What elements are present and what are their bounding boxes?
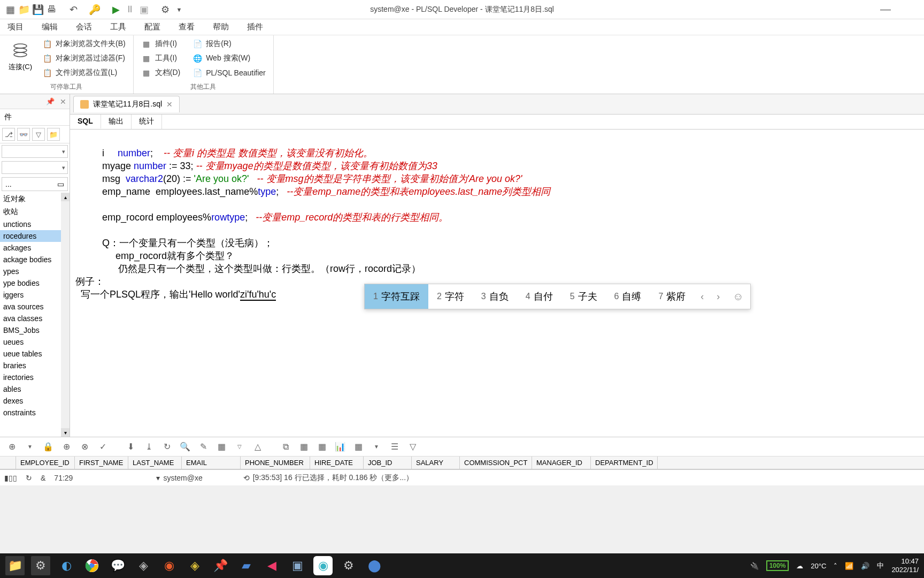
triangle-icon[interactable]: △ [251,440,264,453]
funnel2-icon[interactable]: ▽ [406,440,419,453]
tab-stats[interactable]: 统计 [132,115,162,129]
tab-output[interactable]: 输出 [101,115,132,129]
filter-dropdown[interactable]: ▾ [2,161,68,174]
wifi-icon[interactable]: 📶 [845,562,853,570]
dropdown-icon[interactable]: ▼ [24,440,36,453]
pin-icon[interactable]: 📌 [46,97,55,105]
tree-icon[interactable]: ⎇ [2,128,15,141]
link-icon[interactable]: ⧉ [279,440,292,453]
dropdown-icon[interactable]: ▼ [173,4,185,16]
ime-candidate[interactable]: 3自负 [473,284,517,309]
doc-item[interactable]: ▦文档(D) [139,66,182,79]
step-icon[interactable]: ⏸ [124,4,136,16]
report-item[interactable]: 📄报告(R) [190,37,268,50]
browser-folder-item[interactable]: 📋对象浏览器文件夹(B) [40,37,128,50]
tree-item[interactable]: 近对象 [0,193,70,206]
tray-chevron[interactable]: ˄ [834,562,837,570]
new-icon[interactable]: ▦ [4,4,16,16]
menu-help[interactable]: 帮助 [210,20,232,34]
tree-item[interactable]: irectories [0,371,70,383]
column-header[interactable]: COMMISSION_PCT [460,457,532,469]
orange-icon[interactable]: ◉ [159,556,179,575]
pink-icon[interactable]: ◀ [262,556,281,575]
window-icon[interactable]: ▣ [288,556,307,575]
scroll-down-icon[interactable]: ▾ [61,428,70,437]
tree-item[interactable]: ava sources [0,301,70,313]
fetch-icon[interactable]: ⬇ [124,440,137,453]
plugin-item[interactable]: ▦插件(I) [139,37,182,50]
target-icon[interactable]: ⊕ [5,440,18,453]
list-icon[interactable]: ☰ [388,440,401,453]
schema-dropdown[interactable]: ▾ [2,145,68,158]
edit-icon[interactable]: ✎ [197,440,210,453]
menu-tools[interactable]: 工具 [107,20,129,34]
tree-item[interactable]: braries [0,360,70,371]
tree-item[interactable]: iggers [0,289,70,301]
cyan-circle-icon[interactable]: ◉ [313,556,333,575]
ime-emoji-icon[interactable]: ☺ [726,290,750,303]
file-explorer-icon[interactable]: 📁 [5,556,25,575]
menu-session[interactable]: 会话 [73,20,95,34]
chart-icon[interactable]: 📊 [334,440,346,453]
close-tab-icon[interactable]: ✕ [166,100,173,109]
connect-button[interactable]: 连接(C) [5,37,35,79]
edge-icon[interactable]: ◐ [57,556,76,575]
column-header[interactable]: PHONE_NUMBER [241,457,310,469]
dropdown3-icon[interactable]: ▼ [370,440,383,453]
settings-icon[interactable]: ⚙ [159,4,171,16]
check-icon[interactable]: ✓ [96,440,109,453]
binoculars-icon[interactable]: 👓 [17,128,30,141]
fetch-all-icon[interactable]: ⤓ [142,440,155,453]
table-icon[interactable]: ▦ [315,440,328,453]
ime-candidate[interactable]: 2字符 [428,284,473,309]
key-icon[interactable]: 🔑 [89,4,101,16]
print-icon[interactable]: 🖶 [46,4,58,16]
clock[interactable]: 10:47 2022/11/ [891,557,919,574]
add-icon[interactable]: ⊕ [60,440,73,453]
left-tab[interactable]: 件 [0,109,70,126]
tree-item[interactable]: onstraints [0,407,70,419]
tree-item[interactable]: 收站 [0,206,70,218]
column-header[interactable]: FIRST_NAME [75,457,128,469]
settings-task-icon[interactable]: ⚙ [31,556,50,575]
wechat-icon[interactable]: 💬 [108,556,127,575]
pin-task-icon[interactable]: 📌 [211,556,230,575]
undo-icon[interactable]: ↶ [67,4,79,16]
beautifier-item[interactable]: 📄PL/SQL Beautifier [190,66,268,79]
tree-item[interactable]: BMS_Jobs [0,324,70,336]
tree-item[interactable]: ava classes [0,313,70,324]
ime-next-icon[interactable]: › [710,290,726,303]
tree-item[interactable]: rocedures [0,230,70,242]
save-icon[interactable]: 💾 [32,4,44,16]
speaker-icon[interactable]: 🔊 [861,562,869,570]
scroll-up-icon[interactable]: ▴ [61,193,70,201]
column-header[interactable]: EMPLOYEE_ID [16,457,75,469]
path-field[interactable]: ...▭ [2,177,68,191]
column-header[interactable]: HIRE_DATE [310,457,364,469]
yellow-icon[interactable]: ◈ [185,556,204,575]
column-header[interactable]: DEPARTMENT_ID [591,457,658,469]
menu-edit[interactable]: 编辑 [38,20,61,34]
ime-candidate[interactable]: 5子夫 [561,284,606,309]
run-icon[interactable]: ▶ [110,4,122,16]
tree-item[interactable]: ackage bodies [0,254,70,265]
chrome-icon[interactable] [82,556,102,575]
ime-prev-icon[interactable]: ‹ [694,290,710,303]
tree-item[interactable]: ueues [0,336,70,348]
blue-app-icon[interactable]: ▰ [236,556,256,575]
ime-lang[interactable]: 中 [877,561,884,571]
minimize-button[interactable]: — [874,3,897,16]
ime-candidate[interactable]: 4自付 [517,284,561,309]
tree-item[interactable]: ueue tables [0,348,70,360]
dropdown2-icon[interactable]: ▽ [233,440,246,453]
ime-candidate[interactable]: 1字符互踩 [365,284,428,309]
menu-config[interactable]: 配置 [141,20,164,34]
tool-item[interactable]: ▦工具(I) [139,52,182,65]
refresh-status-icon[interactable]: ↻ [26,474,32,482]
stop-icon[interactable]: ▣ [138,4,150,16]
browser-location-item[interactable]: 📋文件浏览器位置(L) [40,66,128,79]
open-icon[interactable]: 📁 [18,4,30,16]
folder-new-icon[interactable]: 📁 [47,128,60,141]
tree-scrollbar[interactable]: ▴ ▾ [61,193,70,437]
tree-item[interactable]: ypes [0,265,70,277]
